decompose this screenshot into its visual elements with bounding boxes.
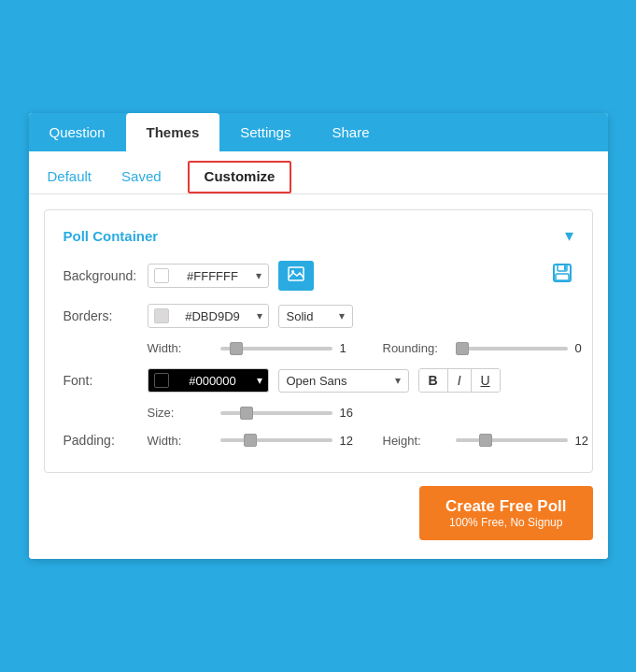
borders-dropdown-arrow-icon: ▾ xyxy=(257,309,262,322)
svg-rect-5 xyxy=(564,265,566,270)
padding-width-value: 12 xyxy=(340,434,359,448)
font-color-swatch xyxy=(154,373,169,388)
font-size-slider-row: Size: 16 xyxy=(64,406,573,420)
poll-container-panel: Poll Container ▾ Background: #FFFFFF ▾ xyxy=(44,209,593,473)
font-size-slider-value: 16 xyxy=(340,406,359,420)
tab-share[interactable]: Share xyxy=(311,113,389,151)
tab-question[interactable]: Question xyxy=(29,113,126,151)
text-style-group: B I U xyxy=(418,368,501,393)
background-dropdown-arrow-icon: ▾ xyxy=(256,269,261,282)
borders-row: Borders: #DBD9D9 ▾ Solid ▾ xyxy=(64,304,573,328)
width-slider-label: Width: xyxy=(148,341,213,355)
font-family-value: Open Sans xyxy=(287,374,347,388)
padding-label: Padding: xyxy=(64,433,138,448)
chevron-down-icon[interactable]: ▾ xyxy=(565,225,573,246)
padding-height-value: 12 xyxy=(575,434,594,448)
cta-area: Create Free Poll 100% Free, No Signup xyxy=(44,473,593,544)
font-color-value: #000000 xyxy=(189,374,236,388)
padding-height-slider[interactable] xyxy=(456,438,568,442)
underline-button[interactable]: U xyxy=(472,369,500,392)
font-size-slider-label: Size: xyxy=(148,406,213,420)
font-row: Font: #000000 ▾ Open Sans ▾ B I U xyxy=(64,368,573,393)
bold-button[interactable]: B xyxy=(419,369,448,392)
borders-color-select[interactable]: #DBD9D9 ▾ xyxy=(148,304,269,328)
main-card: Question Themes Settings Share Default S… xyxy=(29,113,608,559)
tab-settings[interactable]: Settings xyxy=(219,113,311,151)
font-family-select[interactable]: Open Sans ▾ xyxy=(278,369,409,393)
font-color-arrow-icon: ▾ xyxy=(257,374,262,387)
font-size-slider[interactable] xyxy=(220,411,332,415)
save-icon xyxy=(551,265,573,289)
borders-color-swatch xyxy=(154,308,169,323)
borders-sliders-row: Width: 1 Rounding: 0 xyxy=(64,341,573,355)
rounding-slider-value: 0 xyxy=(575,341,594,355)
panel-header: Poll Container ▾ xyxy=(64,225,573,246)
rounding-slider-group: Rounding: 0 xyxy=(383,341,594,355)
cta-button-subtitle: 100% Free, No Signup xyxy=(445,516,566,529)
padding-row: Padding: Width: 12 Height: 12 xyxy=(64,433,573,448)
borders-label: Borders: xyxy=(64,308,138,323)
italic-button[interactable]: I xyxy=(448,369,472,392)
borders-style-value: Solid xyxy=(287,309,314,323)
content-area: Poll Container ▾ Background: #FFFFFF ▾ xyxy=(29,194,608,559)
padding-width-slider[interactable] xyxy=(220,438,332,442)
rounding-slider[interactable] xyxy=(456,347,568,350)
subtab-default[interactable]: Default xyxy=(44,161,96,193)
background-color-swatch xyxy=(154,268,169,283)
tab-themes[interactable]: Themes xyxy=(126,113,220,151)
background-color-select[interactable]: #FFFFFF ▾ xyxy=(148,264,269,288)
width-slider-value: 1 xyxy=(340,341,359,355)
panel-title: Poll Container xyxy=(64,228,159,244)
padding-width-label: Width: xyxy=(148,434,213,448)
width-slider-group: Width: 1 xyxy=(148,341,359,355)
borders-style-arrow-icon: ▾ xyxy=(339,309,345,322)
font-label: Font: xyxy=(64,373,138,388)
top-tabs-bar: Question Themes Settings Share xyxy=(29,113,608,151)
save-theme-button[interactable] xyxy=(551,262,573,290)
create-free-poll-button[interactable]: Create Free Poll 100% Free, No Signup xyxy=(419,486,592,540)
padding-height-slider-group: Height: 12 xyxy=(383,434,594,448)
font-color-select[interactable]: #000000 ▾ xyxy=(148,368,269,393)
borders-style-select[interactable]: Solid ▾ xyxy=(278,305,353,328)
svg-rect-4 xyxy=(556,274,569,280)
subtab-customize[interactable]: Customize xyxy=(188,161,292,193)
background-label: Background: xyxy=(64,268,138,283)
cta-button-title: Create Free Poll xyxy=(445,497,566,516)
width-slider[interactable] xyxy=(220,347,332,350)
padding-width-slider-group: Width: 12 xyxy=(148,434,359,448)
borders-color-value: #DBD9D9 xyxy=(185,309,240,323)
font-size-slider-group: Size: 16 xyxy=(148,406,359,420)
image-icon xyxy=(288,266,304,285)
font-family-arrow-icon: ▾ xyxy=(395,374,401,387)
rounding-slider-label: Rounding: xyxy=(383,341,448,355)
background-row: Background: #FFFFFF ▾ xyxy=(64,261,573,291)
padding-height-label: Height: xyxy=(383,434,448,448)
subtab-saved[interactable]: Saved xyxy=(118,161,165,193)
background-color-value: #FFFFFF xyxy=(187,269,238,283)
background-image-button[interactable] xyxy=(278,261,314,291)
sub-tabs-bar: Default Saved Customize xyxy=(29,151,608,194)
